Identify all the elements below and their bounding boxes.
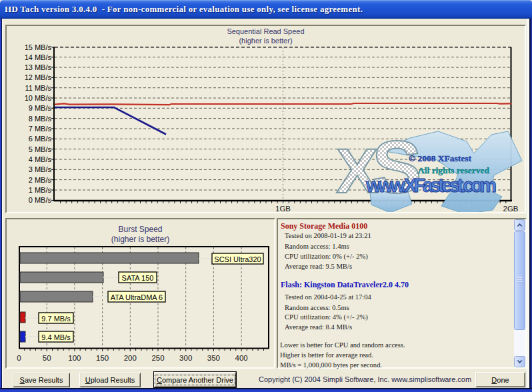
svg-text:www.XFastest.com: www.XFastest.com <box>365 175 497 196</box>
svg-text:9 MB/s: 9 MB/s <box>29 104 52 112</box>
svg-text:SCSI Ultra320: SCSI Ultra320 <box>214 255 261 263</box>
svg-text:400: 400 <box>235 354 248 362</box>
svg-text:0 MB/s: 0 MB/s <box>29 196 52 204</box>
svg-text:13 MB/s: 13 MB/s <box>25 63 52 71</box>
svg-text:150: 150 <box>96 354 109 362</box>
svg-text:9.7 MB/s: 9.7 MB/s <box>41 315 71 323</box>
svg-text:0: 0 <box>17 354 21 362</box>
svg-text:200: 200 <box>124 354 137 362</box>
svg-text:14 MB/s: 14 MB/s <box>25 53 52 61</box>
svg-text:S: S <box>372 125 422 209</box>
svg-text:50: 50 <box>43 354 51 362</box>
svg-text:100: 100 <box>68 354 81 362</box>
svg-text:15 MB/s: 15 MB/s <box>25 43 52 51</box>
svg-text:SATA 150: SATA 150 <box>122 274 154 282</box>
svg-text:1GB: 1GB <box>275 205 291 212</box>
svg-text:250: 250 <box>151 354 164 362</box>
svg-text:300: 300 <box>179 354 192 362</box>
svg-text:10 MB/s: 10 MB/s <box>25 94 52 102</box>
svg-text:11 MB/s: 11 MB/s <box>25 84 51 92</box>
svg-text:1 MB/s: 1 MB/s <box>29 186 52 194</box>
svg-text:12 MB/s: 12 MB/s <box>25 73 52 81</box>
svg-text:3 MB/s: 3 MB/s <box>29 165 52 173</box>
svg-text:6 MB/s: 6 MB/s <box>29 135 52 143</box>
svg-text:2GB: 2GB <box>503 205 518 212</box>
svg-text:9.4 MB/s: 9.4 MB/s <box>41 333 71 341</box>
svg-text:4 MB/s: 4 MB/s <box>29 155 52 163</box>
svg-text:2 MB/s: 2 MB/s <box>29 176 52 184</box>
svg-text:ATA UltraDMA 6: ATA UltraDMA 6 <box>111 293 163 301</box>
svg-text:8 MB/s: 8 MB/s <box>29 115 52 123</box>
svg-text:7 MB/s: 7 MB/s <box>29 125 52 133</box>
svg-text:350: 350 <box>207 354 220 362</box>
svg-text:All rights reserved: All rights reserved <box>418 165 489 175</box>
svg-text:5 MB/s: 5 MB/s <box>29 145 52 153</box>
svg-text:© 2008 XFastest: © 2008 XFastest <box>409 153 472 163</box>
